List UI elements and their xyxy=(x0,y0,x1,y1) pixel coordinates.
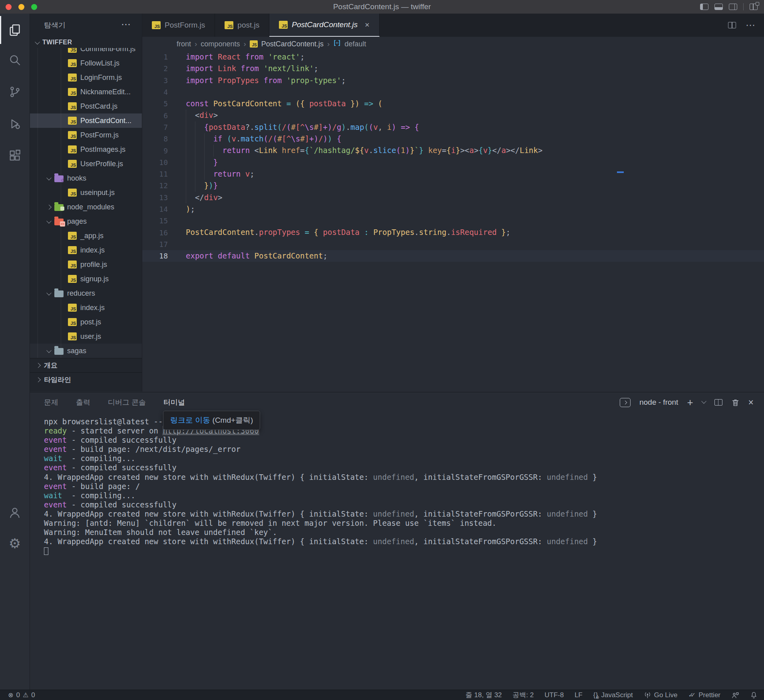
toggle-secondary-sidebar-icon[interactable] xyxy=(729,4,737,10)
tree-item-index-js[interactable]: JSindex.js xyxy=(30,300,142,315)
tree-item-loginform-js[interactable]: JSLoginForm.js xyxy=(30,70,142,85)
panel-tab-terminal[interactable]: 터미널 xyxy=(163,392,185,412)
tab-bar: JS PostForm.js JS post.js JS PostCardCon… xyxy=(142,14,764,37)
tree-item-user-js[interactable]: JSuser.js xyxy=(30,329,142,344)
close-tab-icon[interactable]: × xyxy=(365,20,370,30)
prettier-status[interactable]: ✓✓ Prettier xyxy=(688,691,720,699)
tree-item-postcardcont-[interactable]: JSPostCardCont... xyxy=(30,113,142,128)
split-editor-icon[interactable] xyxy=(728,22,736,28)
account-icon[interactable] xyxy=(0,499,30,527)
code-line-13[interactable]: 13</div> xyxy=(142,192,764,203)
sidebar-more-actions-icon[interactable]: ⋯ xyxy=(121,14,131,35)
go-live-button[interactable]: Go Live xyxy=(644,691,678,699)
tree-item-userprofile-js[interactable]: JSUserProfile.js xyxy=(30,157,142,171)
code-line-16[interactable]: 16PostCardContent.propTypes = { postData… xyxy=(142,227,764,238)
tree-item-followlist-js[interactable]: JSFollowList.js xyxy=(30,56,142,70)
code-line-8[interactable]: 8if (v.match(/(#[^\s#]+)/)) { xyxy=(142,133,764,145)
toggle-panel-icon[interactable] xyxy=(714,4,723,10)
breadcrumb-item[interactable]: default xyxy=(344,40,366,48)
tree-item-postimages-js[interactable]: JSPostImages.js xyxy=(30,142,142,157)
line-content: <div> xyxy=(186,109,218,121)
js-file-icon: JS xyxy=(68,318,77,326)
notifications-bell-icon[interactable] xyxy=(750,691,758,699)
tree-item-postform-js[interactable]: JSPostForm.js xyxy=(30,128,142,142)
split-terminal-icon[interactable] xyxy=(714,399,722,406)
code-line-14[interactable]: 14); xyxy=(142,203,764,215)
settings-gear-icon[interactable]: ⚙ xyxy=(0,529,30,557)
panel-tab-debug-console[interactable]: 디버그 콘솔 xyxy=(108,392,146,412)
encoding-status[interactable]: UTF-8 xyxy=(545,691,564,699)
breadcrumb-item[interactable]: PostCardContent.js xyxy=(261,40,324,48)
tree-item-commentform-js[interactable]: JSCommentForm.js xyxy=(30,48,142,56)
code-line-7[interactable]: 7{postData?.split(/(#[^\s#]+)/g).map((v,… xyxy=(142,121,764,133)
close-panel-icon[interactable]: × xyxy=(748,398,754,407)
project-section-header[interactable]: TWIFFER xyxy=(30,37,142,48)
customize-layout-icon[interactable] xyxy=(750,4,758,10)
code-line-2[interactable]: 2import Link from 'next/link'; xyxy=(142,63,764,74)
indentation-status[interactable]: 공백: 2 xyxy=(513,690,534,700)
code-line-5[interactable]: 5const PostCardContent = ({ postData }) … xyxy=(142,98,764,109)
code-line-9[interactable]: 9return <Link href={`/hashtag/${v.slice(… xyxy=(142,145,764,156)
tree-item-label: PostImages.js xyxy=(80,145,125,154)
tree-item-_app-js[interactable]: JS_app.js xyxy=(30,229,142,243)
tree-item-signup-js[interactable]: JSsignup.js xyxy=(30,272,142,286)
code-line-10[interactable]: 10} xyxy=(142,157,764,168)
tab-postcardcontent[interactable]: JS PostCardContent.js × xyxy=(269,14,379,37)
code-line-15[interactable]: 15 xyxy=(142,215,764,227)
run-debug-icon[interactable] xyxy=(0,110,30,138)
terminal-dropdown-icon[interactable] xyxy=(701,398,706,404)
code-line-3[interactable]: 3import PropTypes from 'prop-types'; xyxy=(142,75,764,86)
code-line-1[interactable]: 1import React from 'react'; xyxy=(142,51,764,63)
terminal-instance-select[interactable]: node - front xyxy=(639,398,678,407)
tree-item-post-js[interactable]: JSpost.js xyxy=(30,315,142,329)
editor-more-actions-icon[interactable]: ⋯ xyxy=(746,20,755,30)
eol-status[interactable]: LF xyxy=(575,691,583,699)
extensions-icon[interactable] xyxy=(0,142,30,170)
explorer-icon[interactable] xyxy=(0,16,30,44)
folder-icon: ↺ xyxy=(54,175,64,182)
kill-terminal-icon[interactable] xyxy=(731,398,740,407)
code-line-17[interactable]: 17 xyxy=(142,239,764,250)
tree-item-node_modules[interactable]: node_modules xyxy=(30,200,142,214)
terminal-line-7: 4. WrappedApp created new store with wit… xyxy=(44,473,764,482)
problems-indicator[interactable]: ⊗ 0 ⚠ 0 xyxy=(8,691,35,699)
tree-item-sagas[interactable]: sagas xyxy=(30,344,142,358)
code-line-11[interactable]: 11return v; xyxy=(142,168,764,180)
terminal-output[interactable]: npx browserslist@latest --ready - starte… xyxy=(30,412,764,555)
chevron-right-icon xyxy=(46,205,52,210)
indent-guide xyxy=(195,180,195,191)
panel-tab-output[interactable]: 출력 xyxy=(76,392,90,412)
tree-item-nicknameedit-[interactable]: JSNicknameEdit... xyxy=(30,85,142,99)
feedback-icon[interactable] xyxy=(731,691,739,699)
tab-label: post.js xyxy=(237,21,259,30)
new-terminal-icon[interactable]: + xyxy=(687,397,693,408)
language-mode[interactable]: {⊗} JavaScript xyxy=(593,691,633,699)
search-icon[interactable] xyxy=(0,46,30,74)
line-number: 7 xyxy=(142,123,168,131)
tree-item-reducers[interactable]: reducers xyxy=(30,286,142,300)
breadcrumb-item[interactable]: front xyxy=(177,40,191,48)
tree-item-profile-js[interactable]: JSprofile.js xyxy=(30,257,142,272)
tree-item-hooks[interactable]: ↺hooks xyxy=(30,171,142,185)
tree-item-postcard-js[interactable]: JSPostCard.js xyxy=(30,99,142,113)
timeline-section[interactable]: 타임라인 xyxy=(30,372,142,387)
code-line-4[interactable]: 4 xyxy=(142,86,764,98)
tree-item-pages[interactable]: <>pages xyxy=(30,214,142,229)
panel-tab-problems[interactable]: 문제 xyxy=(44,392,58,412)
toggle-primary-sidebar-icon[interactable] xyxy=(700,4,708,10)
line-content: return <Link href={`/hashtag/${v.slice(1… xyxy=(186,145,543,156)
tab-post[interactable]: JS post.js xyxy=(215,14,269,37)
tooltip-link-text[interactable]: 링크로 이동 xyxy=(170,415,210,426)
panel-header: 문제 출력 디버그 콘솔 터미널 node - front + × xyxy=(30,392,764,412)
code-line-18[interactable]: 18export default PostCardContent; xyxy=(142,250,764,262)
tree-item-index-js[interactable]: JSindex.js xyxy=(30,243,142,257)
code-editor[interactable]: 1import React from 'react';2import Link … xyxy=(142,51,764,262)
breadcrumb-item[interactable]: components xyxy=(201,40,240,48)
source-control-icon[interactable] xyxy=(0,78,30,106)
tab-postform[interactable]: JS PostForm.js xyxy=(142,14,215,37)
cursor-position[interactable]: 줄 18, 열 32 xyxy=(466,690,502,700)
tree-item-useinput-js[interactable]: JSuseinput.js xyxy=(30,185,142,200)
code-line-12[interactable]: 12})} xyxy=(142,180,764,191)
code-line-6[interactable]: 6<div> xyxy=(142,109,764,121)
outline-section[interactable]: 개요 xyxy=(30,358,142,372)
